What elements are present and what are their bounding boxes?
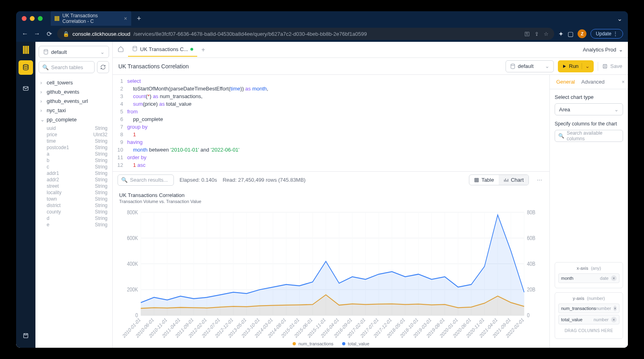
run-button[interactable]: Run ⌄ (558, 60, 594, 72)
refresh-button[interactable] (97, 61, 109, 73)
column-item[interactable]: priceUInt32 (47, 131, 107, 138)
column-item[interactable]: countyString (47, 209, 107, 215)
editor-code[interactable]: select toStartOfMonth(parseDateTimeBestE… (127, 77, 549, 169)
column-item[interactable]: aString (47, 151, 107, 157)
svg-rect-6 (603, 64, 607, 68)
window-menu-chevron-icon[interactable]: ⌄ (617, 15, 622, 23)
star-icon[interactable]: ☆ (544, 31, 549, 37)
forward-button[interactable]: → (33, 30, 41, 37)
column-item[interactable]: bString (47, 157, 107, 164)
svg-point-5 (511, 64, 514, 66)
project-selector[interactable]: Analytics Prod ⌄ (583, 47, 623, 53)
svg-text:200K: 200K (127, 286, 138, 293)
search-tables-input[interactable]: 🔍 Search tables (39, 61, 95, 73)
search-results-input[interactable]: 🔍 Search results... (118, 174, 174, 186)
rail-item-sql[interactable] (19, 60, 33, 75)
sidebar: default ⌄ 🔍 Search tables ›cell_towers›g… (35, 42, 113, 348)
close-window-button[interactable] (22, 16, 27, 21)
query-title: UK Transactions Correlation (118, 63, 189, 70)
svg-rect-7 (475, 178, 479, 182)
rail-item-mail[interactable] (19, 81, 33, 96)
chart-svg: 00200K20B400K40B600K60B800K80B2010-01-01… (119, 206, 543, 340)
column-item[interactable]: eString (47, 222, 107, 228)
maximize-window-button[interactable] (38, 16, 43, 21)
column-item[interactable]: streetString (47, 183, 107, 189)
column-item[interactable]: postcode1String (47, 144, 107, 151)
chevron-down-icon: ⌄ (100, 49, 105, 55)
address-bar[interactable]: 🔒 console.clickhouse.cloud/services/8e3f… (57, 28, 554, 40)
legend-item: num_transactions (293, 341, 333, 346)
config-tab-advanced[interactable]: Advanced (578, 76, 608, 88)
column-item[interactable]: uuidString (47, 125, 107, 131)
close-panel-button[interactable]: × (621, 79, 625, 85)
search-columns-input[interactable]: 🔍 Search available columns (555, 130, 623, 142)
caret-icon: › (40, 107, 44, 113)
table-item[interactable]: ›github_events_url (37, 96, 111, 106)
remove-column-button[interactable]: × (613, 306, 617, 311)
add-query-tab-button[interactable]: + (201, 46, 205, 53)
chart-title: UK Transactions Correlation (119, 192, 543, 198)
config-tab-general[interactable]: General (553, 76, 578, 88)
rail-item-settings[interactable] (19, 328, 33, 343)
results-statusbar: 🔍 Search results... Elapsed: 0.140s Read… (113, 171, 549, 188)
update-button[interactable]: Update ⋮ (590, 29, 623, 39)
run-options-chevron-icon[interactable]: ⌄ (582, 63, 590, 69)
key-icon[interactable]: ⚿ (524, 31, 530, 37)
axis-column-item[interactable]: total_valuenumber× (558, 315, 619, 324)
editor-gutter: 123456789101112 (113, 77, 127, 169)
column-item[interactable]: dString (47, 215, 107, 222)
specify-columns-label: Specify columns for the chart (555, 121, 623, 127)
database-icon (43, 49, 49, 55)
profile-avatar[interactable]: Z (578, 29, 586, 38)
run-database-selector[interactable]: default ⌄ (506, 60, 554, 72)
menu-dots-icon: ⋮ (613, 31, 618, 37)
table-item[interactable]: ›nyc_taxi (37, 106, 111, 115)
remove-column-button[interactable]: × (611, 317, 617, 322)
table-item[interactable]: ⌄pp_complete (37, 115, 111, 124)
svg-text:40B: 40B (527, 260, 535, 267)
sql-editor[interactable]: 123456789101112 select toStartOfMonth(pa… (113, 75, 549, 171)
view-toggle: Table Chart (469, 174, 529, 185)
panel-icon[interactable]: ▢ (568, 30, 574, 38)
column-item[interactable]: townString (47, 196, 107, 202)
drop-columns-hint: DRAG COLUMNS HERE (558, 326, 619, 335)
home-button[interactable] (118, 46, 124, 54)
query-tab[interactable]: UK Transactions C... (128, 43, 197, 57)
reload-button[interactable]: ⟳ (45, 30, 53, 38)
home-icon (118, 46, 124, 52)
query-icon (132, 46, 138, 53)
svg-text:800K: 800K (127, 209, 138, 215)
table-item[interactable]: ›cell_towers (37, 78, 111, 87)
axis-column-item[interactable]: monthdate× (558, 273, 619, 283)
minimize-window-button[interactable] (30, 16, 35, 21)
column-item[interactable]: addr2String (47, 176, 107, 183)
browser-tab[interactable]: UK Transactions Correlation - C × (51, 11, 131, 27)
main-area: UK Transactions C... + Analytics Prod ⌄ … (113, 42, 628, 348)
close-tab-icon[interactable]: × (124, 15, 127, 22)
chart-type-selector[interactable]: Area ⌄ (555, 103, 623, 115)
new-tab-button[interactable]: + (134, 14, 144, 23)
remove-column-button[interactable]: × (611, 275, 617, 281)
table-item[interactable]: ›github_events (37, 87, 111, 96)
column-item[interactable]: districtString (47, 202, 107, 209)
chart-view-button[interactable]: Chart (499, 175, 528, 185)
share-icon[interactable]: ⇪ (535, 31, 539, 37)
column-item[interactable]: addr1String (47, 170, 107, 176)
column-item[interactable]: localityString (47, 189, 107, 196)
chart-legend: num_transactionstotal_value (119, 341, 543, 346)
svg-point-3 (44, 49, 47, 51)
chart-config-panel: General Advanced × Select chart type Are… (550, 75, 628, 348)
extensions-icon[interactable]: ✦ (558, 30, 564, 38)
table-view-button[interactable]: Table (469, 175, 499, 185)
more-options-button[interactable]: ⋯ (535, 177, 545, 183)
column-item[interactable]: cString (47, 164, 107, 170)
column-item[interactable]: timeString (47, 138, 107, 144)
chevron-down-icon: ⌄ (614, 107, 619, 113)
app-logo-icon[interactable] (23, 46, 29, 54)
back-button[interactable]: ← (21, 30, 29, 37)
elapsed-label: Elapsed: 0.140s (180, 177, 217, 183)
nav-rail (16, 42, 35, 348)
axis-column-item[interactable]: num_transactionsnumber× (558, 304, 619, 313)
database-selector[interactable]: default ⌄ (39, 46, 109, 58)
save-button[interactable]: Save (602, 63, 622, 69)
